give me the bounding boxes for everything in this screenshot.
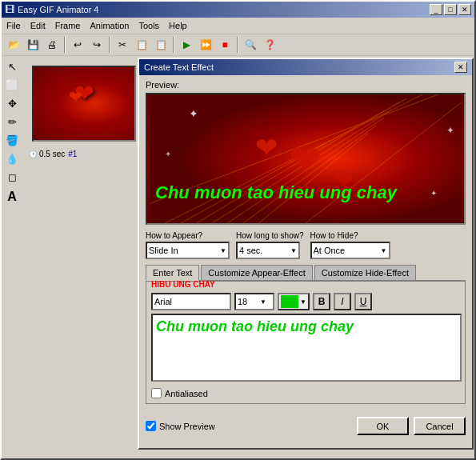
svg-text:✦: ✦ — [165, 150, 171, 158]
frame-number: #1 — [68, 150, 77, 158]
toolbar-print[interactable]: 🖨 — [43, 36, 61, 54]
tab-hide-effect[interactable]: Customize Hide-Effect — [314, 265, 416, 281]
tool-eyedrop[interactable]: 💧 — [3, 150, 21, 167]
font-name-input[interactable] — [151, 293, 231, 310]
toolbar-redo[interactable]: ↪ — [88, 36, 106, 54]
tool-crop[interactable]: ⬜ — [3, 76, 21, 94]
toolbar-stop[interactable]: ■ — [216, 36, 234, 54]
tab-appear-effect[interactable]: Customize Appear-Effect — [201, 265, 312, 281]
toolbar-save[interactable]: 💾 — [24, 36, 42, 54]
left-panel: ↖ ⬜ ✥ ✏ 🪣 💧 ◻ A ❤ ❤ — [2, 56, 146, 458]
toolbar: 📂 💾 🖨 ↩ ↪ ✂ 📋 📋 ▶ ⏩ ■ 🔍 ❓ — [2, 34, 474, 56]
frame-panel: ❤ ❤ 🕐 0.5 sec #1 — [22, 56, 146, 458]
side-toolbar: ↖ ⬜ ✥ ✏ 🪣 💧 ◻ A — [2, 56, 22, 458]
appear-select[interactable]: Slide In Fade In Zoom In — [147, 243, 220, 258]
toolbar-copy[interactable]: 📋 — [133, 36, 150, 54]
menu-frame[interactable]: Frame — [50, 19, 86, 32]
tool-select[interactable]: ↖ — [3, 58, 21, 75]
appear-group: How to Appear? Slide In Fade In Zoom In … — [146, 231, 230, 259]
svg-text:✦: ✦ — [189, 108, 198, 120]
duration-group: How long to show? 1 sec. 2 sec. 3 sec. 4… — [236, 231, 304, 259]
preview-area: ❤ ❤ ❤ ✦ ✦ ✦ ✦ Chu muon tao hieu ung chay — [146, 93, 466, 225]
duration-select[interactable]: 1 sec. 2 sec. 3 sec. 4 sec. 5 sec. — [238, 243, 290, 258]
tool-move[interactable]: ✥ — [3, 94, 21, 112]
svg-text:❤: ❤ — [290, 138, 322, 181]
font-controls-wrapper: HIBU UNG CHAY ▼ ▼ B — [151, 286, 460, 310]
toolbar-zoom[interactable]: 🔍 — [242, 36, 259, 54]
menu-help[interactable]: Help — [164, 19, 192, 32]
hibu-label: HIBU UNG CHAY — [151, 280, 215, 289]
color-picker-button[interactable]: ▼ — [278, 293, 310, 310]
toolbar-play[interactable]: ▶ — [178, 36, 195, 54]
show-preview-row: Show Preview — [146, 421, 215, 431]
menu-edit[interactable]: Edit — [26, 19, 50, 32]
toolbar-sep4 — [237, 37, 238, 53]
dialog-title-bar: Create Text Effect ✕ — [139, 59, 472, 75]
svg-text:✦: ✦ — [446, 125, 454, 135]
svg-text:❤: ❤ — [255, 132, 278, 162]
app-icon: 🎞 — [5, 4, 14, 15]
toolbar-new[interactable]: 📂 — [5, 36, 22, 54]
tab-content-enter-text: HIBU UNG CHAY ▼ ▼ B — [146, 281, 466, 404]
appear-label: How to Appear? — [146, 231, 230, 240]
hide-dropdown-icon: ▼ — [381, 247, 389, 254]
menu-file[interactable]: File — [2, 19, 26, 32]
menu-tools[interactable]: Tools — [134, 19, 164, 32]
frame-info: 🕐 0.5 sec #1 — [26, 148, 142, 160]
preview-text: Chu muon tao hieu ung chay — [155, 182, 456, 203]
clock-icon: 🕐 — [29, 150, 38, 158]
appear-dropdown-icon: ▼ — [220, 247, 228, 254]
cancel-button[interactable]: Cancel — [414, 417, 466, 435]
create-text-dialog: Create Text Effect ✕ Preview: — [138, 58, 474, 450]
toolbar-help[interactable]: ❓ — [261, 36, 278, 54]
antialiased-checkbox[interactable] — [151, 388, 162, 398]
hide-group: How to Hide? At Once Slide Out Fade Out … — [310, 231, 390, 259]
dialog-close-button[interactable]: ✕ — [454, 62, 467, 73]
bold-button[interactable]: B — [313, 293, 330, 310]
controls-row: How to Appear? Slide In Fade In Zoom In … — [146, 231, 466, 259]
toolbar-preview[interactable]: ⏩ — [197, 36, 214, 54]
antialiased-label: Antialiased — [165, 389, 208, 398]
underline-button[interactable]: U — [354, 293, 372, 310]
italic-button[interactable]: I — [334, 293, 351, 310]
duration-dropdown-icon: ▼ — [290, 247, 298, 254]
text-input[interactable]: Chu muon tao hieu ung chay — [151, 314, 462, 382]
app-title: Easy GIF Animator 4 — [18, 5, 98, 14]
title-bar-buttons: _ □ ✕ — [430, 4, 471, 15]
toolbar-cut[interactable]: ✂ — [114, 36, 131, 54]
font-row: ▼ ▼ B I U — [151, 293, 460, 310]
tool-pencil[interactable]: ✏ — [3, 113, 21, 130]
preview-label: Preview: — [146, 80, 466, 90]
show-preview-label: Show Preview — [159, 422, 215, 431]
text-tool-icon: A — [7, 190, 17, 204]
title-bar: 🎞 Easy GIF Animator 4 _ □ ✕ — [2, 2, 474, 18]
tool-fill[interactable]: 🪣 — [3, 131, 21, 149]
dialog-title: Create Text Effect — [144, 62, 214, 72]
app-window: 🎞 Easy GIF Animator 4 _ □ ✕ File Edit Fr… — [0, 0, 476, 460]
ok-button[interactable]: OK — [357, 417, 409, 435]
tool-eraser[interactable]: ◻ — [3, 168, 21, 186]
toolbar-undo[interactable]: ↩ — [69, 36, 86, 54]
menu-bar: File Edit Frame Animation Tools Help — [2, 18, 474, 34]
tab-enter-text[interactable]: Enter Text — [146, 265, 199, 281]
font-size-input[interactable] — [236, 297, 260, 306]
dialog-buttons: OK Cancel — [357, 417, 466, 435]
hide-label: How to Hide? — [310, 231, 390, 240]
maximize-button[interactable]: □ — [444, 4, 457, 15]
fontsize-dropdown-icon: ▼ — [260, 298, 266, 306]
toolbar-paste[interactable]: 📋 — [152, 36, 170, 54]
toolbar-sep3 — [173, 37, 174, 53]
toolbar-sep2 — [109, 37, 110, 53]
frame-duration: 0.5 sec — [39, 150, 65, 158]
hide-select[interactable]: At Once Slide Out Fade Out — [312, 243, 381, 258]
menu-animation[interactable]: Animation — [85, 19, 134, 32]
tool-text[interactable]: A — [3, 186, 21, 204]
color-swatch — [281, 295, 298, 308]
show-preview-checkbox[interactable] — [146, 421, 156, 431]
color-dropdown-icon: ▼ — [300, 298, 306, 306]
minimize-button[interactable]: _ — [430, 4, 442, 15]
antialiased-row: Antialiased — [151, 388, 460, 398]
dialog-bottom: Show Preview OK Cancel — [139, 412, 472, 440]
frame-preview: ❤ ❤ — [32, 66, 136, 142]
close-button[interactable]: ✕ — [458, 4, 471, 15]
